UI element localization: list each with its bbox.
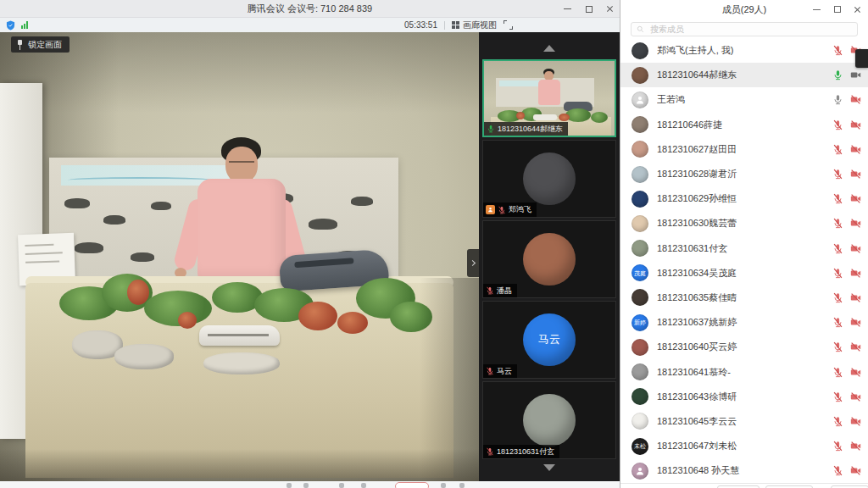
collapse-strip-handle[interactable]	[467, 249, 479, 277]
scene-plant-red	[178, 312, 197, 329]
toolbar-icon[interactable]	[459, 483, 465, 488]
member-name: 郑鸿飞(主持人, 我)	[657, 44, 832, 57]
camera-icon[interactable]	[850, 119, 861, 130]
signal-bars-icon	[21, 21, 28, 29]
member-row[interactable]: 181210646薛捷	[620, 113, 868, 137]
mic-icon[interactable]	[832, 292, 843, 303]
thumbnail-avatar	[523, 233, 576, 286]
mic-icon[interactable]	[486, 367, 494, 375]
member-row[interactable]: 1812310635蔡佳晴	[620, 286, 868, 310]
member-row[interactable]: 王若鸿	[620, 87, 868, 112]
toolbar-icon[interactable]	[303, 483, 309, 488]
camera-icon[interactable]	[850, 69, 861, 80]
camera-icon[interactable]	[850, 218, 861, 229]
mic-icon[interactable]	[832, 465, 843, 476]
video-thumbnail[interactable]: 1812310644郝继东	[482, 59, 616, 137]
member-row[interactable]: 1812310629孙维恒	[620, 186, 868, 211]
members-panel-title: 成员(29人)	[722, 3, 767, 16]
close-icon[interactable]	[604, 3, 615, 14]
member-row[interactable]: 1812310641慕玲-	[620, 359, 868, 384]
member-row[interactable]: 1812310644郝继东	[620, 63, 868, 87]
grid-view-icon	[452, 21, 459, 29]
mic-icon[interactable]	[832, 441, 843, 452]
member-row[interactable]: 郑鸿飞(主持人, 我)	[620, 38, 868, 63]
camera-icon[interactable]	[850, 391, 861, 402]
member-row[interactable]: 茂庭 1812310634吴茂庭	[620, 261, 868, 286]
camera-icon[interactable]	[850, 441, 861, 452]
pin-icon	[16, 40, 24, 50]
scene-drone-poster	[64, 198, 90, 208]
mic-icon[interactable]	[832, 391, 843, 402]
video-thumbnail[interactable]: 马云 马云	[482, 301, 616, 379]
mic-icon[interactable]	[832, 268, 843, 279]
minimize-icon[interactable]	[562, 3, 573, 14]
mic-icon[interactable]	[832, 416, 843, 427]
scene-plant-red	[516, 112, 525, 119]
camera-icon[interactable]	[850, 243, 861, 254]
video-thumbnail[interactable]: 1812310631付玄	[482, 381, 616, 459]
mic-icon[interactable]	[832, 341, 843, 352]
close-icon[interactable]	[852, 4, 863, 15]
member-row[interactable]: 1812310640买云婷	[620, 335, 868, 359]
member-row[interactable]: 1812310645李云云	[620, 409, 868, 434]
minimize-icon[interactable]	[811, 4, 822, 15]
mic-icon[interactable]	[487, 125, 495, 133]
mic-icon[interactable]	[832, 119, 843, 130]
member-av-controls	[832, 367, 861, 378]
mic-icon[interactable]	[486, 286, 494, 295]
mic-icon[interactable]	[832, 45, 843, 56]
member-avatar	[632, 67, 648, 84]
camera-icon[interactable]	[850, 367, 861, 378]
thumbnail-name-label: 1812310644郝继东	[484, 122, 568, 136]
member-name: 1812310631付玄	[657, 242, 832, 255]
mic-icon[interactable]	[832, 169, 843, 180]
mic-icon[interactable]	[832, 144, 843, 155]
camera-icon[interactable]	[850, 268, 861, 279]
toolbar-icon[interactable]	[339, 483, 344, 488]
camera-icon[interactable]	[850, 193, 861, 204]
camera-icon[interactable]	[850, 317, 861, 328]
member-search-input[interactable]	[648, 24, 852, 35]
member-row[interactable]: 1812310631付玄	[620, 236, 868, 261]
maximize-icon[interactable]	[832, 4, 843, 15]
camera-icon[interactable]	[850, 292, 861, 303]
leave-meeting-button-cut[interactable]	[395, 482, 429, 488]
pin-view-label: 锁定画面	[28, 39, 62, 51]
toolbar-icon[interactable]	[441, 483, 446, 488]
mic-icon[interactable]	[832, 367, 843, 378]
camera-icon[interactable]	[850, 465, 861, 476]
member-row[interactable]: 1812310627赵田田	[620, 137, 868, 162]
camera-icon[interactable]	[850, 341, 861, 352]
member-row[interactable]: 1812310630魏芸蕾	[620, 211, 868, 236]
mic-icon[interactable]	[498, 206, 506, 214]
member-row[interactable]: 未松 1812310647刘未松	[620, 434, 868, 458]
mic-icon[interactable]	[832, 218, 843, 229]
member-row[interactable]: 1812310648 孙天慧	[620, 458, 868, 483]
fullscreen-icon[interactable]	[504, 20, 513, 30]
member-row[interactable]: 1812310628谢君沂	[620, 162, 868, 186]
video-thumbnail[interactable]: 潘晶	[482, 220, 616, 298]
chevron-down-icon[interactable]	[543, 464, 555, 471]
pin-view-button[interactable]: 锁定画面	[11, 36, 70, 53]
camera-icon[interactable]	[850, 416, 861, 427]
toolbar-icon[interactable]	[361, 483, 366, 488]
thumbnail-name: 潘晶	[497, 287, 512, 295]
video-thumbnail[interactable]: 郑鸿飞	[482, 140, 616, 218]
member-row[interactable]: 1812310643徐博研	[620, 385, 868, 409]
camera-icon[interactable]	[850, 144, 861, 155]
camera-icon[interactable]	[850, 94, 861, 105]
member-row[interactable]: 新婷 1812310637姚新婷	[620, 310, 868, 335]
mic-icon[interactable]	[832, 243, 843, 254]
mic-icon[interactable]	[832, 94, 843, 105]
camera-icon[interactable]	[850, 169, 861, 180]
mic-icon[interactable]	[832, 193, 843, 204]
maximize-icon[interactable]	[583, 3, 594, 14]
scene-drone-poster	[75, 242, 103, 253]
gallery-view-button[interactable]: 画廊视图	[452, 19, 497, 31]
mic-icon[interactable]	[832, 317, 843, 328]
thumbnail-name: 郑鸿飞	[509, 206, 531, 214]
toolbar-icon[interactable]	[287, 483, 292, 488]
chevron-up-icon[interactable]	[543, 45, 555, 52]
mic-icon[interactable]	[486, 447, 494, 456]
mic-icon[interactable]	[832, 69, 843, 80]
